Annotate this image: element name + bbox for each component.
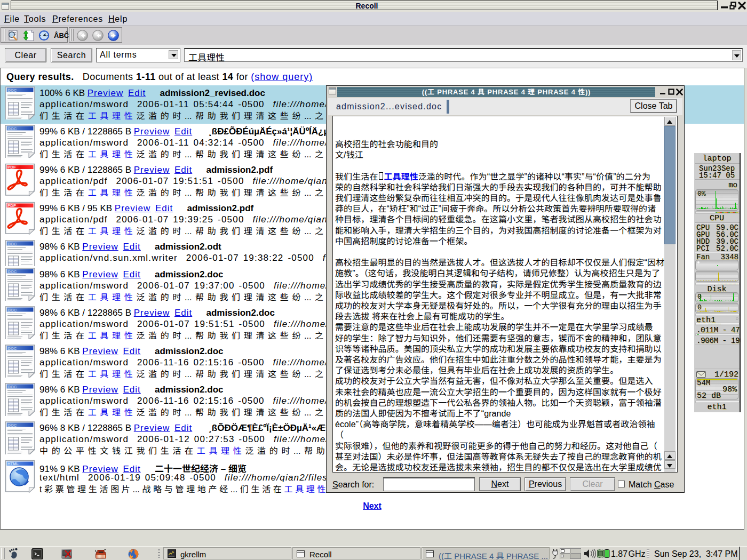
svg-text:DOC: DOC <box>8 423 17 428</box>
svg-text:DOC: DOC <box>8 126 17 131</box>
svg-text:DOC: DOC <box>8 242 17 246</box>
svg-text:HTML: HTML <box>7 461 19 466</box>
svg-text:DOC: DOC <box>8 346 17 351</box>
svg-text:DOC: DOC <box>8 88 17 93</box>
svg-text:PDF: PDF <box>7 165 16 170</box>
svg-text:DOC: DOC <box>8 269 17 274</box>
svg-text:DOC: DOC <box>8 308 17 313</box>
svg-text:DOC: DOC <box>8 385 17 389</box>
svg-text:PDF: PDF <box>7 203 16 208</box>
